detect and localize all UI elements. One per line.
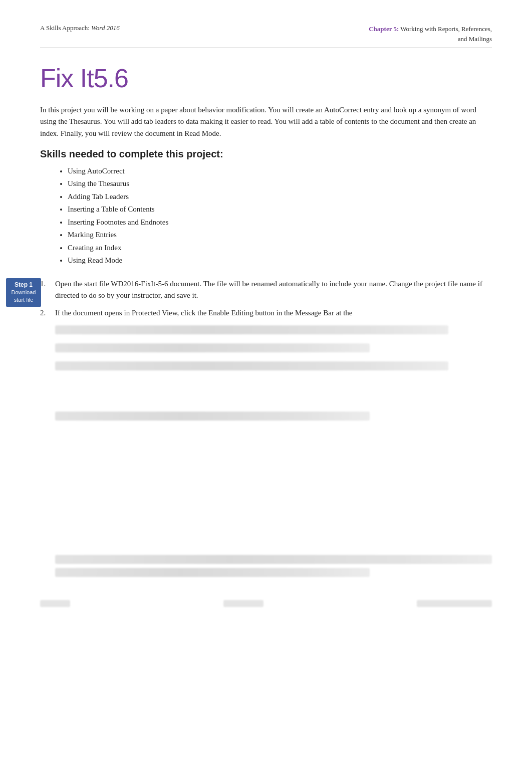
footer-right (417, 600, 492, 607)
list-item: Marking Entries (68, 229, 492, 242)
step-number: Step 1 (8, 281, 39, 289)
page-title: Fix It5.6 (40, 63, 492, 93)
title-prefix: Fix It (40, 64, 94, 93)
blurred-sub-list-item (55, 462, 492, 475)
step-text-1: Open the start file WD2016-FixIt-5-6 doc… (55, 278, 492, 302)
content-area: Step 1 Download start file 1. Open the s… (40, 278, 492, 581)
header-right: Chapter 5: Working with Reports, Referen… (369, 24, 492, 44)
blurred-content-area (40, 325, 492, 581)
header-book-title: Word 2016 (91, 24, 119, 32)
list-item: Creating an Index (68, 242, 492, 255)
page: A Skills Approach: Word 2016 Chapter 5: … (0, 0, 532, 780)
step-num-2: 2. (40, 307, 55, 319)
list-item: Inserting Footnotes and Endnotes (68, 216, 492, 229)
skills-heading: Skills needed to complete this project: (40, 148, 492, 160)
list-item: Using the Thesaurus (68, 177, 492, 190)
intro-paragraph: In this project you will be working on a… (40, 104, 492, 139)
list-item: Using AutoCorrect (68, 165, 492, 178)
chapter-title: Working with Reports, References, (400, 25, 492, 33)
step-file-label: start file (8, 296, 39, 304)
step-text-2: If the document opens in Protected View,… (55, 307, 492, 319)
chapter-label: Chapter 5: (369, 25, 399, 33)
blurred-sub-list-item (55, 446, 492, 459)
list-item: Adding Tab Leaders (68, 190, 492, 204)
footer-left (40, 600, 70, 607)
blurred-list-item (40, 325, 492, 338)
skills-list: Using AutoCorrect Using the Thesaurus Ad… (68, 165, 492, 267)
footer-center (223, 600, 263, 607)
blurred-sub-list-item (55, 379, 492, 393)
header-skills-label: A Skills Approach: (40, 24, 90, 32)
steps-list: 1. Open the start file WD2016-FixIt-5-6 … (40, 278, 492, 319)
page-footer (40, 596, 492, 607)
page-header: A Skills Approach: Word 2016 Chapter 5: … (40, 24, 492, 48)
blurred-list-item (40, 555, 492, 581)
step-download-label: Download (8, 289, 39, 296)
blurred-sub-list-item (55, 430, 492, 443)
table-row: 2. If the document opens in Protected Vi… (40, 307, 492, 319)
blurred-sub-list-item (55, 507, 492, 520)
blurred-sub-list-item (55, 539, 492, 552)
blurred-list-item (40, 412, 492, 425)
chapter-sub: and Mailings (458, 35, 492, 43)
list-item: Inserting a Table of Contents (68, 203, 492, 216)
blurred-sub-list-item (55, 478, 492, 504)
step-box[interactable]: Step 1 Download start file (6, 278, 41, 307)
blurred-sub-list-item (55, 523, 492, 536)
table-row: 1. Open the start file WD2016-FixIt-5-6 … (40, 278, 492, 302)
title-number: 5.6 (94, 64, 128, 93)
blurred-list-item (40, 361, 492, 374)
list-item: Using Read Mode (68, 254, 492, 267)
blurred-list-item (40, 343, 492, 356)
step-num-1: 1. (40, 278, 55, 290)
header-left: A Skills Approach: Word 2016 (40, 24, 120, 32)
blurred-sub-list-item (55, 396, 492, 409)
